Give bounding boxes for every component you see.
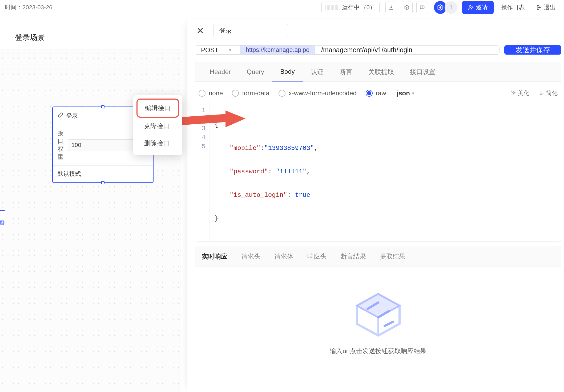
res-tab-req-head[interactable]: 请求头 — [241, 246, 260, 267]
res-tab-assert[interactable]: 断言结果 — [340, 246, 366, 267]
list-icon — [539, 91, 544, 96]
chevron-down-icon: ▾ — [229, 47, 231, 53]
res-tab-realtime[interactable]: 实时响应 — [202, 246, 227, 267]
radio-icon — [199, 90, 206, 97]
body-type-urlencoded[interactable]: x-www-form-urlencoded — [279, 89, 357, 97]
radio-icon — [232, 90, 239, 97]
running-label: 运行中 — [342, 3, 360, 11]
tab-settings[interactable]: 接口设置 — [402, 62, 444, 81]
api-title-input[interactable] — [213, 24, 288, 37]
running-count: （0） — [361, 3, 376, 11]
operation-log-link[interactable]: 操作日志 — [497, 1, 528, 14]
time-value: 2023-03-26 — [22, 4, 53, 11]
simplify-button[interactable]: 简化 — [539, 89, 558, 97]
raw-format-select[interactable]: json ▾ — [397, 89, 414, 97]
weight-label: 接口权重 — [58, 129, 64, 161]
path-input[interactable] — [315, 46, 499, 54]
card-title: 登录 — [66, 112, 78, 120]
res-tab-res-head[interactable]: 响应头 — [307, 246, 327, 267]
tab-auth[interactable]: 认证 — [303, 62, 332, 81]
body-tools: 美化 简化 — [511, 89, 558, 97]
close-button[interactable]: ✕ — [195, 25, 206, 36]
code-content[interactable]: { "mobile":"13933859703", "password": "1… — [210, 102, 323, 241]
svg-point-1 — [469, 6, 471, 7]
time-label: 时间： — [5, 4, 22, 11]
send-and-save-button[interactable]: 发送并保存 — [504, 45, 561, 55]
request-line: POST ▾ https://kpmanage.apipo 发送并保存 — [195, 45, 561, 55]
response-empty-state: 输入url点击发送按钮获取响应结果 — [195, 267, 561, 355]
side-vertical-tab[interactable]: 用例集 › — [0, 210, 5, 223]
method-value: POST — [201, 46, 218, 54]
code-gutter: 12345 — [195, 102, 210, 241]
toolbar-icon-group — [385, 2, 428, 13]
canvas-title: 登录场景 — [0, 24, 181, 50]
response-area: 实时响应 请求头 请求体 响应头 断言结果 提取结果 输入url点击发送按钮获取… — [195, 246, 561, 355]
invite-label: 邀请 — [476, 3, 488, 11]
api-editor-panel: ✕ POST ▾ https://kpmanage.apipo 发送并保存 He… — [187, 19, 564, 392]
invite-button[interactable]: 邀请 — [462, 1, 494, 14]
card-mode-row[interactable]: 默认模式 — [53, 166, 153, 182]
tab-query[interactable]: Query — [239, 63, 272, 81]
running-status-button[interactable]: 运行中 （0） — [321, 2, 380, 13]
exit-label: 退出 — [544, 3, 555, 11]
box-icon[interactable] — [401, 2, 413, 13]
body-code-editor[interactable]: 12345 { "mobile":"13933859703", "passwor… — [195, 102, 561, 242]
link-icon — [58, 112, 63, 120]
logout-icon — [536, 5, 542, 10]
time-display: 时间：2023-03-26 — [5, 3, 53, 11]
response-tab-bar: 实时响应 请求头 请求体 响应头 断言结果 提取结果 — [195, 246, 561, 267]
sparkle-icon — [511, 91, 516, 96]
context-menu: 编辑接口 克隆接口 删除接口 — [133, 95, 182, 155]
mode-label: 默认模式 — [58, 170, 81, 178]
res-tab-extract[interactable]: 提取结果 — [380, 246, 405, 267]
radio-icon — [366, 90, 373, 97]
body-type-none[interactable]: none — [199, 89, 223, 97]
running-bars-icon — [325, 5, 338, 10]
node-handle-bottom[interactable] — [101, 181, 104, 184]
context-menu-edit-highlight: 编辑接口 — [136, 99, 179, 118]
base-url-chip[interactable]: https://kpmanage.apipo — [240, 46, 315, 54]
scenario-canvas[interactable]: 登录场景 用例集 › 登录 接口权重 默认模式 — [0, 24, 181, 392]
empty-state-text: 输入url点击发送按钮获取响应结果 — [195, 347, 561, 355]
chevron-down-icon: ▾ — [412, 91, 414, 96]
user-plus-icon — [468, 5, 474, 10]
node-handle-top[interactable] — [101, 105, 104, 108]
user-section: 1 — [434, 1, 457, 14]
body-type-form-data[interactable]: form-data — [232, 89, 269, 97]
empty-state-icon — [352, 291, 405, 339]
context-menu-edit[interactable]: 编辑接口 — [144, 102, 171, 114]
beautify-button[interactable]: 美化 — [511, 89, 529, 97]
body-type-row: none form-data x-www-form-urlencoded raw… — [195, 82, 561, 102]
res-tab-req-body[interactable]: 请求体 — [274, 246, 293, 267]
tab-assert[interactable]: 断言 — [332, 62, 360, 81]
body-type-raw[interactable]: raw — [366, 89, 386, 97]
request-tab-bar: Header Query Body 认证 断言 关联提取 接口设置 — [195, 62, 561, 82]
context-menu-clone[interactable]: 克隆接口 — [136, 118, 179, 135]
tab-body[interactable]: Body — [272, 63, 303, 81]
tab-header[interactable]: Header — [202, 63, 239, 81]
download-icon[interactable] — [385, 2, 397, 13]
radio-icon — [279, 90, 285, 97]
user-count-badge: 1 — [445, 1, 457, 14]
screen-icon[interactable] — [416, 2, 428, 13]
tab-extract[interactable]: 关联提取 — [360, 62, 402, 81]
exit-button[interactable]: 退出 — [532, 1, 559, 14]
context-menu-delete[interactable]: 删除接口 — [136, 135, 179, 152]
method-select[interactable]: POST ▾ — [195, 46, 240, 54]
topbar: 时间：2023-03-26 运行中 （0） 1 邀请 操作日志 退出 — [0, 0, 564, 15]
